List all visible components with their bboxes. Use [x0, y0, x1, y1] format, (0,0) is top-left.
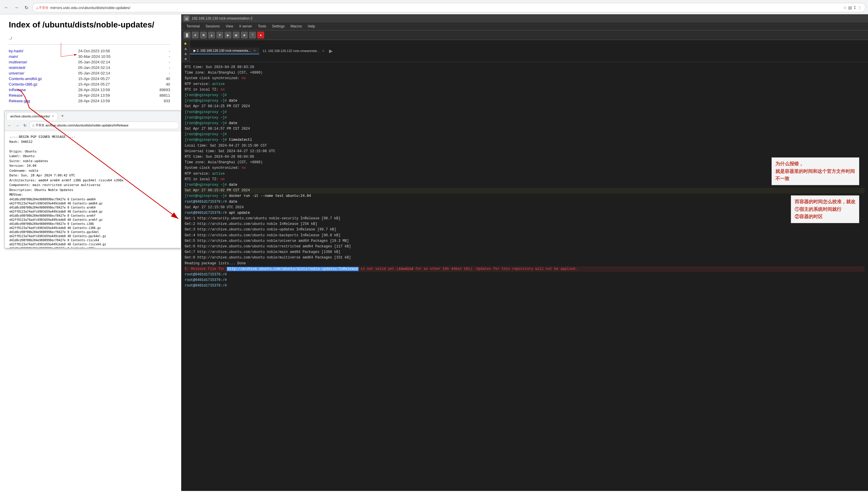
terminal-tab-area: ★ ◆ ◆ ◆ ▶ 2. 192.168.126.130 rock-vmware…	[181, 40, 868, 62]
date-cell: 05-Jan-2024 02:14	[67, 59, 142, 65]
file-link[interactable]: universe/	[9, 71, 24, 75]
active-tab[interactable]: archive.ubuntu.com/ubuntu/ ✕	[7, 112, 58, 120]
expand-tab-button[interactable]: ▶	[329, 48, 333, 54]
term-line: Get:4 http://archive.ubuntu.com/ubuntu n…	[185, 233, 865, 238]
address-bar[interactable]: △ 不安全 mirrors.ustc.edu.cn/ubuntu/dists/n…	[32, 3, 866, 12]
date-line: Date: Sun, 28 Apr 2024 7:00:42 UTC	[9, 173, 176, 178]
file-link[interactable]: main/	[9, 54, 18, 59]
second-refresh-button[interactable]: ↻	[22, 122, 28, 128]
menu-sessions[interactable]: Sessions	[202, 22, 223, 30]
browser-chrome: ← → ↻ △ 不安全 mirrors.ustc.edu.cn/ubuntu/d…	[0, 0, 868, 14]
term-line: Time zone: Asia/Shanghai (CST, +0800)	[185, 160, 865, 165]
menu-icon[interactable]: ⋮	[858, 5, 862, 10]
term-line: Universal time: Sat 2024-04-27 12:15:00 …	[185, 149, 865, 154]
tab-1-label: ▶ 2. 192.168.126.130 rock-vmwaresta...	[193, 49, 251, 52]
terminal-tab-2[interactable]: 11. 192.168.126.132 rock-vmwarestat... ✕	[259, 48, 328, 54]
terminal-app-icon: ▦	[183, 15, 189, 21]
size-cell: -	[142, 59, 173, 65]
parent-link[interactable]: ../	[9, 36, 12, 40]
terminal-body[interactable]: RTC time: Sun 2024-04-28 08:03:26 Time z…	[181, 62, 868, 500]
second-browser-tabs: archive.ubuntu.com/ubuntu/ ✕ +	[7, 112, 179, 120]
file-link[interactable]: restricted/	[9, 66, 25, 70]
table-row-parent: ../	[9, 35, 173, 41]
terminal-tab-1[interactable]: ▶ 2. 192.168.126.130 rock-vmwaresta... ✕	[190, 48, 259, 54]
toolbar-btn-4[interactable]: ▲	[208, 32, 215, 38]
menu-tools[interactable]: Tools	[255, 22, 269, 30]
table-row: Contents-amd64.gz 15-Apr-2024 05:27 40	[9, 76, 173, 81]
menu-macros[interactable]: Macros	[288, 22, 305, 30]
table-row: InRelease 28-Apr-2024 13:59 89693	[9, 87, 173, 93]
table-row: Release 28-Apr-2024 13:59 88811	[9, 93, 173, 98]
second-forward-button[interactable]: →	[14, 122, 21, 128]
page-title: Index of /ubuntu/dists/noble-updates/	[9, 20, 173, 30]
date-cell: 28-Apr-2024 13:59	[67, 93, 142, 98]
toolbar-btn-5[interactable]: ▼	[216, 32, 223, 38]
table-row: main/ 30-Mar-2024 10:55 -	[9, 54, 173, 59]
menu-xserver[interactable]: X server	[236, 22, 255, 30]
term-line: root@9401d1715376:/# date	[185, 199, 865, 205]
annotation-error-reason: 为什么报错， 就是容器里的时间和这个官方文件时间不一致	[771, 157, 859, 185]
bookmark-sidebar: ★ ◆ ◆ ◆	[181, 40, 190, 62]
terminal-titlebar: ▦ 192.168.126.130 rock-vmwarestation-2	[181, 14, 868, 22]
refresh-button[interactable]: ↻	[22, 3, 30, 12]
release-gpg-link[interactable]: Release.gpg	[9, 99, 30, 103]
size-cell: -	[142, 70, 173, 76]
term-error-line: E: Release file for http://archive.ubunt…	[185, 266, 865, 272]
term-line: RTC time: Sun 2024-04-28 08:03:26	[185, 65, 865, 70]
menu-help[interactable]: Help	[305, 22, 318, 30]
term-line: Get:7 http://archive.ubuntu.com/ubuntu n…	[185, 249, 865, 255]
term-line: Sat Apr 27 08:14:25 PM CST 2024	[185, 104, 865, 109]
address-bar-icons: ☆ ▤ ↧ ⋮	[843, 5, 862, 10]
toolbar-close-btn[interactable]: ●	[257, 32, 264, 38]
second-address-bar[interactable]: △ 不安全 archive.ubuntu.com/ubuntu/dists/no…	[29, 122, 179, 129]
download-icon[interactable]: ↧	[853, 5, 857, 10]
term-line: [root@nginxproxy ~]#	[185, 110, 865, 115]
hash-line: Hash: SHA512	[9, 140, 176, 145]
toolbar-btn-7[interactable]: ◉	[233, 32, 240, 38]
inrelease-link[interactable]: InRelease	[9, 88, 26, 92]
toolbar-btn-6[interactable]: ▶	[224, 32, 232, 38]
main-content: Index of /ubuntu/dists/noble-updates/ ..…	[0, 14, 868, 491]
file-link[interactable]: Contents-i386.gz	[9, 82, 37, 87]
toolbar-btn-3[interactable]: ✖	[200, 32, 207, 38]
menu-settings[interactable]: Settings	[269, 22, 288, 30]
description-line: Description: Ubuntu Noble Updates	[9, 188, 176, 193]
new-tab-button[interactable]: +	[59, 112, 66, 120]
toolbar-btn-8[interactable]: ■	[241, 32, 248, 38]
forward-button[interactable]: →	[12, 3, 21, 12]
label-line: Label: Ubuntu	[9, 154, 176, 159]
second-browser-nav: ← → ↻ △ 不安全 archive.ubuntu.com/ubuntu/di…	[7, 121, 179, 130]
file-link[interactable]: multiverse/	[9, 60, 27, 64]
version-line: Version: 24.04	[9, 163, 176, 169]
term-line: RTC in local TZ: no	[185, 87, 865, 93]
term-line: [root@nginxproxy ~]# timedatectl	[185, 137, 865, 143]
toolbar-btn-9[interactable]: ?	[249, 32, 256, 38]
star-icon[interactable]: ☆	[843, 5, 847, 10]
left-wrapper: Index of /ubuntu/dists/noble-updates/ ..…	[0, 14, 181, 491]
date-cell	[67, 35, 142, 41]
date-cell: 24-Oct-2023 10:58	[67, 48, 142, 54]
back-button[interactable]: ←	[2, 3, 11, 12]
menu-view[interactable]: View	[223, 22, 236, 30]
release-link[interactable]: Release	[9, 93, 23, 98]
term-line: Get:6 http://archive.ubuntu.com/ubuntu n…	[185, 244, 865, 249]
term-line: RTC time: Sun 2024-04-28 08:04:06	[185, 154, 865, 160]
size-cell: -	[142, 65, 173, 70]
tab-close-button[interactable]: ✕	[52, 114, 54, 118]
second-back-button[interactable]: ←	[7, 122, 13, 128]
file-link[interactable]: Contents-amd64.gz	[9, 77, 42, 81]
codename-line: Codename: noble	[9, 169, 176, 173]
tab-1-close[interactable]: ✕	[253, 49, 256, 52]
menu-terminal[interactable]: Terminal	[183, 22, 202, 30]
tab-2-close[interactable]: ✕	[322, 49, 324, 53]
second-browser-content: -----BEGIN PGP SIGNED MESSAGE----- Hash:…	[5, 131, 181, 248]
extensions-icon[interactable]: ▤	[848, 5, 852, 10]
date-cell: 28-Apr-2024 13:59	[67, 87, 142, 93]
term-line: root@9401d1715376:/#	[185, 283, 865, 288]
toolbar-btn-1[interactable]: █	[183, 32, 191, 38]
pgp-header: -----BEGIN PGP SIGNED MESSAGE-----	[9, 135, 176, 140]
toolbar-btn-2[interactable]: ★	[192, 32, 199, 38]
file-link[interactable]: by-hash/	[9, 49, 23, 53]
md5-row: d41d8cd98f00b204e9800998ecf8427e 0 Conte…	[9, 222, 176, 226]
term-line: NTP service: active	[185, 171, 865, 177]
